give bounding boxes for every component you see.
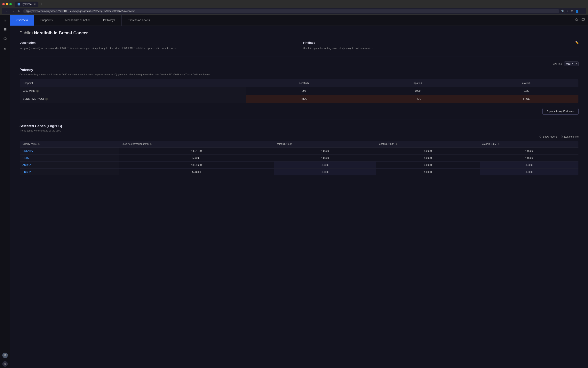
nav-item-expression[interactable]: Expression Levels (122, 15, 156, 26)
gene-name-cell[interactable]: AURKA (20, 161, 119, 168)
eye-icon (539, 135, 542, 138)
potency-table: Endpoint neratinib lapatinib afatinib GI… (19, 79, 579, 103)
svg-point-15 (540, 136, 541, 137)
baseline-cell: 148.1100 (119, 147, 274, 154)
afatinib-cell: 1.0000 (480, 154, 579, 161)
profile-icon[interactable]: 👤 (575, 9, 579, 13)
potency-subtitle: Cellular sensitivity screen predictions … (19, 73, 579, 76)
neratinib-col-header: neratinib (246, 79, 361, 87)
lapatinib-gene-col: lapatinib 10µM ⇅ (376, 140, 480, 147)
nav-item-pathways[interactable]: Pathways (97, 15, 122, 26)
maximize-window-btn[interactable] (9, 3, 12, 5)
close-window-btn[interactable] (2, 3, 5, 5)
sidebar-icon-menu[interactable] (2, 26, 8, 33)
genes-actions: Show legend Edit columns (19, 135, 579, 138)
gene-name-cell[interactable]: ERBB2 (20, 168, 119, 175)
url-input[interactable] (23, 9, 559, 13)
table-row: GRB75.96001.00001.00001.0000 (20, 154, 579, 161)
explore-btn-wrapper: Explore Assay Endpoints (19, 106, 579, 115)
display-name-col: Display name ⇅ (20, 140, 119, 147)
lapatinib-cell: 1.0000 (376, 168, 480, 175)
minimize-window-btn[interactable] (6, 3, 8, 5)
top-nav: Overview Endpoints Mechanism of Action P… (10, 15, 588, 26)
findings-text: Use this space for writing down study in… (303, 46, 579, 50)
sidebar-icon-chart[interactable] (2, 45, 8, 51)
baseline-col: Baseline expression (tpm) ⇅ (119, 140, 274, 147)
findings-label: Findings (303, 41, 579, 44)
study-name: Neratinib in Breast Cancer (34, 30, 88, 36)
svg-line-14 (577, 20, 578, 21)
tab-close-btn[interactable]: ✕ (34, 3, 36, 5)
description-block: Description Nerlynx (neratinib) was appr… (19, 41, 295, 50)
svg-point-10 (4, 354, 5, 355)
explore-endpoints-btn[interactable]: Explore Assay Endpoints (542, 108, 579, 115)
gi50-info-icon[interactable]: i (36, 90, 39, 92)
back-btn[interactable]: ← (5, 9, 9, 13)
auc-neratinib-val: TRUE (246, 95, 361, 103)
baseline-cell: 5.9600 (119, 154, 274, 161)
table-row: CDKN1A148.11001.00001.00001.0000 (20, 147, 579, 154)
auc-info-icon[interactable]: i (45, 98, 48, 101)
afatinib-sort[interactable]: ⇅ (498, 143, 499, 145)
genes-title: Selected Genes (Log2FC) (19, 124, 579, 128)
findings-block: ✏️ Findings Use this space for writing d… (303, 41, 579, 50)
neratinib-gene-col: neratinib 10µM ↓ (274, 140, 376, 147)
refresh-btn[interactable]: ↻ (17, 9, 21, 13)
gene-name-cell[interactable]: GRB7 (20, 154, 119, 161)
afatinib-cell: -1.0000 (480, 168, 579, 175)
user-avatar[interactable] (2, 353, 8, 358)
svg-rect-8 (5, 48, 5, 49)
afatinib-cell: 1.0000 (480, 147, 579, 154)
new-tab-btn[interactable]: + (39, 2, 44, 6)
zoom-icon[interactable]: 🔍 (561, 9, 565, 13)
svg-point-0 (4, 19, 6, 21)
lapatinib-col-header: lapatinib (361, 79, 474, 87)
show-legend-btn[interactable]: Show legend (539, 135, 557, 138)
display-name-sort[interactable]: ⇅ (38, 143, 40, 145)
nav-item-overview[interactable]: Overview (10, 15, 34, 26)
browser-chrome: Syntensor ✕ + ← → ↻ 🔍 ☆ ⊞ 👤 ⋮ (0, 0, 588, 15)
bookmark-icon[interactable]: ☆ (567, 9, 569, 13)
cell-line-select[interactable]: MCF7 (564, 62, 579, 66)
svg-point-13 (575, 18, 578, 21)
baseline-sort[interactable]: ⇅ (150, 143, 152, 145)
table-row: AURKA139.9600-1.00000.0000-1.0000 (20, 161, 579, 168)
cell-line-select-wrapper[interactable]: MCF7 (564, 62, 579, 66)
description-label: Description (19, 41, 295, 44)
svg-rect-7 (4, 48, 5, 49)
address-bar: ← → ↻ 🔍 ☆ ⊞ 👤 ⋮ (2, 8, 586, 15)
table-row: SENSITIVE (AUC) i TRUE TRUE TRUE (20, 95, 579, 103)
description-text: Nerlynx (neratinib) was approved in 2020… (19, 46, 295, 50)
extensions-icon[interactable]: ⊞ (571, 9, 573, 13)
sidebar-left (0, 15, 10, 368)
nav-item-mechanism[interactable]: Mechanism of Action (59, 15, 97, 26)
browser-tab-active[interactable]: Syntensor ✕ (15, 1, 38, 7)
page-title: Public / Neratinib in Breast Cancer (19, 30, 579, 36)
team-icon[interactable] (2, 361, 8, 367)
gi50-label: GI50 (NM) i (20, 87, 247, 95)
search-btn[interactable] (575, 18, 578, 22)
gene-name-cell[interactable]: CDKN1A (20, 147, 119, 154)
endpoint-col-header: Endpoint (20, 79, 247, 87)
neratinib-sort[interactable]: ↓ (294, 143, 295, 145)
edit-columns-btn[interactable]: Edit columns (561, 135, 579, 138)
nav-item-endpoints[interactable]: Endpoints (34, 15, 59, 26)
description-findings-row: Description Nerlynx (neratinib) was appr… (19, 41, 579, 50)
auc-lapatinib-val: TRUE (361, 95, 474, 103)
menu-icon[interactable]: ⋮ (581, 9, 583, 13)
lapatinib-sort[interactable]: ⇅ (396, 143, 397, 145)
window-controls (2, 3, 12, 5)
edit-findings-icon[interactable]: ✏️ (575, 41, 579, 44)
main-content: Overview Endpoints Mechanism of Action P… (10, 15, 588, 368)
afatinib-gene-col: afatinib 10µM ⇅ (480, 140, 579, 147)
sidebar-icon-layers[interactable] (2, 36, 8, 42)
lapatinib-cell: 1.0000 (376, 154, 480, 161)
baseline-cell: 44.3900 (119, 168, 274, 175)
forward-btn[interactable]: → (11, 9, 15, 13)
neratinib-cell: -1.0000 (274, 168, 376, 175)
tab-title: Syntensor (22, 3, 32, 5)
neratinib-cell: 1.0000 (274, 147, 376, 154)
chat-btn[interactable] (581, 18, 585, 22)
sidebar-icon-logo[interactable] (2, 17, 8, 23)
tab-favicon (18, 3, 20, 5)
